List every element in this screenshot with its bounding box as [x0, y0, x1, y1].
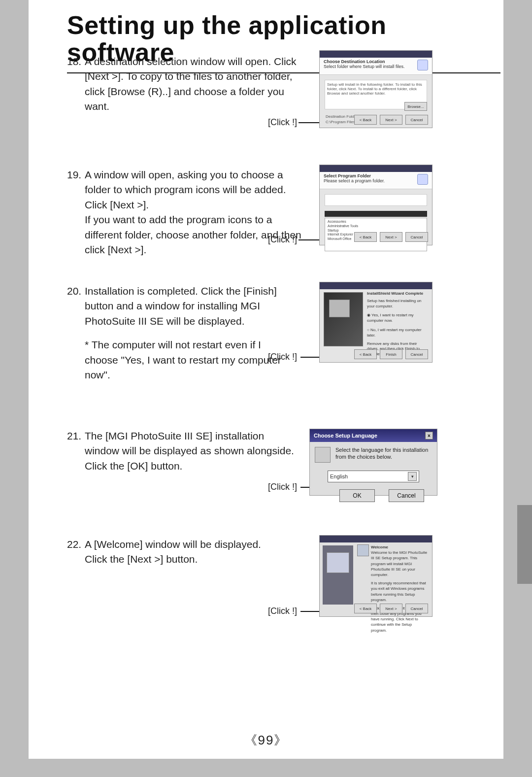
page-inner: Setting up the application software 18.A… — [29, 0, 503, 759]
d19-input[interactable] — [325, 194, 427, 206]
d22-back-button[interactable]: < Back — [354, 604, 377, 613]
d22-title: Welcome — [371, 545, 388, 549]
step-18-number: 18. — [67, 54, 85, 69]
d20-radio-yes[interactable]: ◉ Yes, I want to restart my computer now… — [367, 313, 428, 324]
d20-right-text: InstallShield Wizard Complete Setup has … — [367, 291, 428, 357]
d22-cancel-button[interactable]: Cancel — [405, 604, 428, 613]
d21-title: Choose Setup Language — [314, 433, 377, 439]
step-22: 22.A [Welcome] window will be displayed.… — [67, 537, 301, 567]
d20-titlebar — [320, 282, 432, 289]
d18-cancel-button[interactable]: Cancel — [405, 115, 428, 125]
d21-buttons: OK Cancel — [310, 482, 437, 508]
d21-language-combo[interactable]: English ▾ — [328, 471, 419, 482]
d19-buttons: < Back Next > Cancel — [320, 232, 432, 242]
step-20: 20.Installation is completed. Click the … — [67, 284, 301, 383]
d21-message: Select the language for this installatio… — [335, 447, 432, 463]
d22-text: Welcome Welcome to the MGI PhotoSuite II… — [371, 544, 428, 633]
click-label-21: [Click !] — [268, 482, 297, 492]
d19-back-button[interactable]: < Back — [354, 232, 377, 242]
screenshot-21: Choose Setup Language × Select the langu… — [309, 429, 437, 496]
screenshot-19: Select Program Folder Please select a pr… — [319, 165, 432, 245]
d20-cancel-button[interactable]: Cancel — [405, 349, 428, 359]
screenshot-20: InstallShield Wizard Complete Setup has … — [319, 282, 432, 363]
d19-next-button[interactable]: Next > — [380, 232, 402, 242]
d18-back-button[interactable]: < Back — [354, 115, 377, 125]
click-label-20: [Click !] — [268, 352, 297, 362]
d20-wizard-image — [324, 292, 363, 346]
page-number: 《99》 — [29, 732, 503, 749]
d19-cancel-button[interactable]: Cancel — [405, 232, 428, 242]
d18-buttons: < Back Next > Cancel — [320, 115, 432, 125]
manual-page: Setting up the application software 18.A… — [0, 0, 532, 777]
d22-body2: It is strongly recommended that you exit… — [371, 580, 428, 603]
click-label-19: [Click !] — [268, 235, 297, 245]
d20-back-button[interactable]: < Back — [354, 349, 377, 359]
d22-next-button[interactable]: Next > — [380, 604, 402, 613]
click-label-18: [Click !] — [268, 117, 297, 128]
d21-language-value: English — [330, 473, 348, 479]
d18-titlebar — [320, 51, 432, 58]
chevron-down-icon: ▾ — [408, 472, 417, 481]
d20-radio-no[interactable]: ○ No, I will restart my computer later. — [367, 328, 428, 338]
step-21: 21.The [MGI PhotoSuite III SE] installat… — [67, 429, 301, 473]
d18-sub: Select folder where Setup will install f… — [324, 64, 405, 69]
d20-title: InstallShield Wizard Complete — [367, 291, 428, 297]
d19-sub: Please select a program folder. — [324, 178, 385, 183]
d19-titlebar — [320, 165, 432, 172]
page-number-value: 99 — [258, 733, 274, 747]
d21-ok-button[interactable]: OK — [339, 489, 375, 502]
screenshot-18: Choose Destination Location Select folde… — [319, 50, 432, 128]
step-21-number: 21. — [67, 429, 85, 443]
step-20-text: Installation is completed. Click the [Fi… — [85, 284, 301, 329]
d20-buttons: < Back Finish Cancel — [320, 349, 432, 359]
d18-browse-button[interactable]: Browse... — [404, 102, 427, 111]
d22-app-icon — [357, 544, 369, 556]
d19-subheader: Select Program Folder Please select a pr… — [320, 172, 432, 189]
d21-titlebar: Choose Setup Language × — [310, 429, 437, 442]
step-20-note: * The computer will not restart even if … — [85, 338, 282, 382]
step-22-text: A [Welcome] window will be displayed. Cl… — [85, 537, 301, 567]
d22-body1: Welcome to the MGI PhotoSuite III SE Set… — [371, 550, 428, 577]
step-20-number: 20. — [67, 284, 85, 299]
d21-row: Select the language for this installatio… — [310, 442, 437, 468]
step-21-text: The [MGI PhotoSuite III SE] installation… — [85, 429, 301, 473]
d22-side-image — [323, 545, 353, 605]
info-icon — [417, 60, 428, 70]
d20-finish-button[interactable]: Finish — [380, 349, 402, 359]
step-22-number: 22. — [67, 537, 85, 552]
step-19-number: 19. — [67, 168, 85, 182]
step-18-text: A destination selection window will open… — [85, 54, 301, 114]
screenshot-22: Welcome Welcome to the MGI PhotoSuite II… — [319, 535, 432, 617]
d21-cancel-button[interactable]: Cancel — [389, 489, 424, 502]
side-tab — [517, 505, 532, 584]
d18-next-button[interactable]: Next > — [380, 115, 402, 125]
close-icon[interactable]: × — [425, 432, 433, 439]
step-18: 18.A destination selection window will o… — [67, 54, 301, 114]
d22-titlebar — [320, 536, 432, 542]
globe-icon — [315, 447, 331, 463]
d19-selected-band — [325, 211, 427, 217]
click-label-22: [Click !] — [268, 606, 297, 616]
step-19: 19.A window will open, asking you to cho… — [67, 168, 301, 258]
info-icon — [417, 174, 428, 185]
d18-subheader: Choose Destination Location Select folde… — [320, 58, 432, 75]
d20-body: Setup has finished installing on your co… — [367, 299, 421, 308]
d22-buttons: < Back Next > Cancel — [320, 604, 432, 613]
